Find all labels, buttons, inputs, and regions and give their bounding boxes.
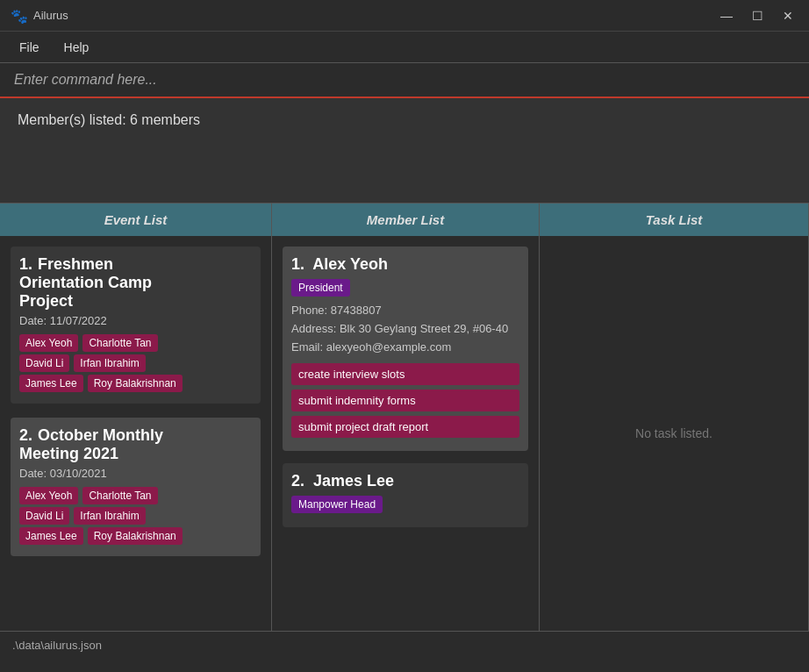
tag-james-lee-2: James Lee <box>19 527 83 545</box>
member-task-create-interview: create interview slots <box>291 363 519 385</box>
window-controls: — ☐ ✕ <box>715 7 798 25</box>
menu-file[interactable]: File <box>7 37 52 58</box>
command-input[interactable] <box>14 72 795 88</box>
file-path: .\data\ailurus.json <box>12 639 102 652</box>
bottom-status-bar: .\data\ailurus.json <box>0 631 809 659</box>
member-task-submit-indemnity: submit indemnity forms <box>291 390 519 411</box>
app-title: Ailurus <box>33 9 68 22</box>
minimize-button[interactable]: — <box>715 7 738 25</box>
status-area: Member(s) listed: 6 members <box>0 98 809 204</box>
tag-david-li-2: David Li <box>19 507 69 525</box>
member-name-2: 2. James Lee <box>291 472 519 490</box>
member-task-submit-draft: submit project draft report <box>291 416 519 438</box>
tag-alex-yeoh-2: Alex Yeoh <box>19 487 78 504</box>
tag-david-li-1: David Li <box>19 354 69 372</box>
member-panel-header: Member List <box>272 204 539 236</box>
main-content: Event List 1.FreshmenOrientation CampPro… <box>0 204 809 631</box>
title-bar: 🐾 Ailurus — ☐ ✕ <box>0 0 809 32</box>
event-date-2: Date: 03/10/2021 <box>19 467 252 480</box>
event-item-2[interactable]: 2.October MonthlyMeeting 2021 Date: 03/1… <box>11 418 261 556</box>
tag-charlotte-tan-1: Charlotte Tan <box>82 334 157 352</box>
event-number-1: 1. <box>19 255 32 273</box>
event-number-2: 2. <box>19 426 32 444</box>
event-panel-header: Event List <box>0 204 271 236</box>
menu-bar: File Help <box>0 32 809 63</box>
event-tags-row-2c: James Lee Roy Balakrishnan <box>19 527 252 545</box>
app-icon: 🐾 <box>11 8 26 24</box>
tag-irfan-ibrahim-1: Irfan Ibrahim <box>74 354 145 372</box>
tag-roy-balakrishnan-2: Roy Balakrishnan <box>88 527 183 545</box>
event-item-1[interactable]: 1.FreshmenOrientation CampProject Date: … <box>11 247 261 404</box>
tag-alex-yeoh-1: Alex Yeoh <box>19 334 78 352</box>
member-panel: Member List 1. Alex Yeoh President Phone… <box>272 204 540 631</box>
close-button[interactable]: ✕ <box>777 7 798 25</box>
member-details-1: Phone: 87438807 Address: Blk 30 Geylang … <box>291 302 519 356</box>
status-text: Member(s) listed: 6 members <box>18 112 200 127</box>
maximize-button[interactable]: ☐ <box>747 7 769 25</box>
tag-irfan-ibrahim-2: Irfan Ibrahim <box>74 507 145 525</box>
task-panel-body: No task listed. <box>540 236 808 631</box>
event-date-1: Date: 11/07/2022 <box>19 314 252 327</box>
tag-roy-balakrishnan-1: Roy Balakrishnan <box>88 375 183 392</box>
task-panel: Task List No task listed. <box>540 204 809 631</box>
member-role-2: Manpower Head <box>291 496 383 513</box>
command-bar <box>0 63 809 98</box>
member-item-2[interactable]: 2. James Lee Manpower Head <box>283 463 528 527</box>
title-bar-left: 🐾 Ailurus <box>11 8 68 24</box>
event-tags-row-1b: David Li Irfan Ibrahim <box>19 354 252 372</box>
event-title-1: 1.FreshmenOrientation CampProject <box>19 255 252 311</box>
event-panel: Event List 1.FreshmenOrientation CampPro… <box>0 204 272 631</box>
member-name-1: 1. Alex Yeoh <box>291 255 519 274</box>
menu-help[interactable]: Help <box>52 37 102 58</box>
event-panel-body[interactable]: 1.FreshmenOrientation CampProject Date: … <box>0 236 271 631</box>
event-tags-row-2: Alex Yeoh Charlotte Tan <box>19 487 252 504</box>
event-tags-row-1: Alex Yeoh Charlotte Tan <box>19 334 252 352</box>
event-tags-row-1c: James Lee Roy Balakrishnan <box>19 375 252 392</box>
member-panel-body[interactable]: 1. Alex Yeoh President Phone: 87438807 A… <box>272 236 539 631</box>
no-task-label: No task listed. <box>635 426 712 440</box>
event-title-2: 2.October MonthlyMeeting 2021 <box>19 426 252 463</box>
member-role-1: President <box>291 279 350 297</box>
tag-charlotte-tan-2: Charlotte Tan <box>82 487 157 504</box>
tag-james-lee-1: James Lee <box>19 375 83 392</box>
task-panel-header: Task List <box>540 204 808 236</box>
member-item-1[interactable]: 1. Alex Yeoh President Phone: 87438807 A… <box>283 247 528 451</box>
event-tags-row-2b: David Li Irfan Ibrahim <box>19 507 252 525</box>
